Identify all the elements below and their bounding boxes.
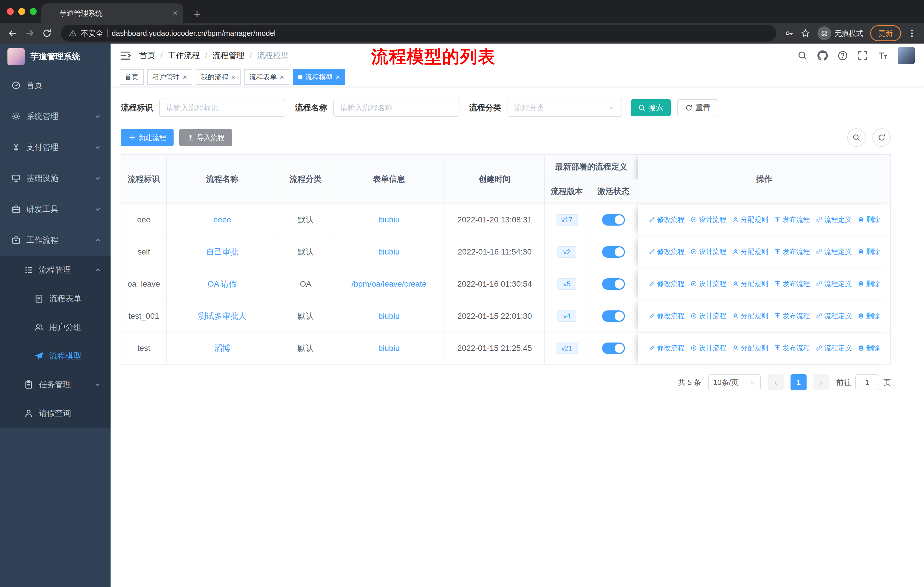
- assign-rule-link[interactable]: 分配规则: [732, 311, 768, 321]
- help-icon[interactable]: [838, 50, 848, 61]
- import-process-button[interactable]: 导入流程: [179, 129, 232, 146]
- page-size-select[interactable]: 10条/页: [708, 374, 761, 390]
- sidebar-item-任务管理[interactable]: 任务管理: [0, 370, 111, 399]
- sidebar-item-请假查询[interactable]: 请假查询: [0, 399, 111, 428]
- bookmark-button[interactable]: [798, 26, 813, 41]
- active-toggle[interactable]: [602, 278, 625, 290]
- sidebar-item-系统管理[interactable]: 系统管理: [0, 101, 111, 132]
- page-number-button[interactable]: 1: [790, 374, 807, 390]
- url-text[interactable]: dashboard.yudao.iocoder.cn/bpm/manager/m…: [112, 29, 276, 38]
- process-definition-link[interactable]: 流程定义: [816, 343, 852, 352]
- design-process-link[interactable]: 设计流程: [690, 279, 726, 288]
- address-bar[interactable]: 不安全 dashboard.yudao.iocoder.cn/bpm/manag…: [61, 25, 776, 41]
- assign-rule-link[interactable]: 分配规则: [732, 279, 768, 288]
- new-tab-button[interactable]: +: [190, 8, 204, 21]
- view-tab-租户管理[interactable]: 租户管理×: [147, 69, 192, 85]
- deploy-process-link[interactable]: 发布流程: [774, 343, 810, 352]
- password-key-button[interactable]: [782, 26, 797, 41]
- process-definition-link[interactable]: 流程定义: [816, 311, 852, 321]
- browser-menu-button[interactable]: [904, 26, 919, 41]
- window-close-button[interactable]: [7, 8, 14, 15]
- process-definition-link[interactable]: 流程定义: [816, 247, 852, 256]
- window-zoom-button[interactable]: [30, 8, 37, 15]
- sidebar-logo[interactable]: 芋道管理系统: [0, 43, 111, 70]
- design-process-link[interactable]: 设计流程: [690, 215, 726, 224]
- search-button[interactable]: 搜索: [631, 99, 671, 116]
- toggle-search-button[interactable]: [847, 128, 866, 147]
- active-toggle[interactable]: [602, 311, 625, 322]
- sidebar-item-基础设施[interactable]: 基础设施: [0, 163, 111, 194]
- sidebar-toggle-icon[interactable]: [120, 50, 131, 61]
- form-info-link[interactable]: biubiu: [378, 344, 400, 352]
- form-info-link[interactable]: biubiu: [378, 215, 400, 224]
- fullscreen-icon[interactable]: [858, 50, 868, 61]
- delete-process-link[interactable]: 删除: [858, 215, 880, 224]
- process-name-input[interactable]: [333, 99, 459, 117]
- create-process-button[interactable]: 新建流程: [121, 129, 173, 146]
- browser-tab[interactable]: 芋道管理系统 ×: [41, 3, 183, 23]
- back-button[interactable]: [5, 25, 21, 41]
- deploy-process-link[interactable]: 发布流程: [774, 311, 810, 321]
- user-avatar[interactable]: [898, 47, 915, 64]
- process-definition-link[interactable]: 流程定义: [816, 279, 852, 288]
- process-id-input[interactable]: [159, 99, 285, 117]
- category-select[interactable]: 流程分类: [508, 99, 622, 117]
- delete-process-link[interactable]: 删除: [858, 311, 880, 321]
- modify-process-link[interactable]: 修改流程: [648, 215, 685, 224]
- security-label[interactable]: 不安全: [81, 28, 103, 38]
- sidebar-item-流程表单[interactable]: 流程表单: [0, 284, 111, 313]
- design-process-link[interactable]: 设计流程: [690, 247, 726, 256]
- close-tab-icon[interactable]: ×: [183, 73, 187, 82]
- version-tag[interactable]: v21: [556, 342, 578, 354]
- prev-page-button[interactable]: ‹: [767, 374, 784, 390]
- version-tag[interactable]: v2: [558, 246, 576, 258]
- process-name-link[interactable]: eeee: [213, 215, 231, 224]
- sidebar-item-工作流程[interactable]: 工作流程: [0, 225, 111, 256]
- sidebar-item-流程管理[interactable]: 流程管理: [0, 256, 111, 284]
- sidebar-item-研发工具[interactable]: 研发工具: [0, 194, 111, 225]
- assign-rule-link[interactable]: 分配规则: [732, 343, 768, 352]
- active-toggle[interactable]: [602, 246, 625, 258]
- design-process-link[interactable]: 设计流程: [690, 311, 726, 321]
- design-process-link[interactable]: 设计流程: [690, 343, 726, 352]
- form-info-link[interactable]: biubiu: [378, 312, 400, 321]
- breadcrumb-item[interactable]: 首页: [139, 50, 163, 61]
- modify-process-link[interactable]: 修改流程: [648, 343, 685, 352]
- version-tag[interactable]: v5: [558, 278, 576, 290]
- view-tab-流程表单[interactable]: 流程表单×: [244, 69, 289, 85]
- sidebar-item-首页[interactable]: 首页: [0, 70, 111, 101]
- deploy-process-link[interactable]: 发布流程: [774, 215, 810, 224]
- version-tag[interactable]: v4: [558, 311, 576, 322]
- sidebar-item-用户分组[interactable]: 用户分组: [0, 313, 111, 342]
- close-tab-icon[interactable]: ×: [280, 73, 284, 82]
- view-tab-我的流程[interactable]: 我的流程×: [196, 69, 241, 85]
- reload-button[interactable]: [39, 25, 55, 41]
- form-info-link[interactable]: /bpm/oa/leave/create: [351, 279, 426, 288]
- sidebar-item-流程模型[interactable]: 流程模型: [0, 342, 111, 370]
- delete-process-link[interactable]: 删除: [858, 343, 880, 352]
- assign-rule-link[interactable]: 分配规则: [732, 247, 768, 256]
- process-name-link[interactable]: 自己审批: [206, 247, 238, 256]
- delete-process-link[interactable]: 删除: [858, 279, 880, 288]
- next-page-button[interactable]: ›: [813, 374, 830, 390]
- github-icon[interactable]: [817, 50, 828, 61]
- deploy-process-link[interactable]: 发布流程: [774, 247, 810, 256]
- browser-update-button[interactable]: 更新: [870, 25, 901, 41]
- active-toggle[interactable]: [602, 342, 625, 354]
- version-tag[interactable]: v17: [556, 214, 578, 226]
- tab-close-icon[interactable]: ×: [173, 8, 178, 18]
- process-definition-link[interactable]: 流程定义: [816, 215, 852, 224]
- form-info-link[interactable]: biubiu: [378, 247, 400, 256]
- close-tab-icon[interactable]: ×: [336, 73, 340, 82]
- window-minimize-button[interactable]: [18, 8, 25, 15]
- active-toggle[interactable]: [602, 214, 625, 226]
- breadcrumb-item[interactable]: 工作流程: [168, 50, 207, 61]
- search-icon[interactable]: [797, 50, 808, 61]
- view-tab-首页[interactable]: 首页: [120, 69, 144, 85]
- modify-process-link[interactable]: 修改流程: [648, 247, 685, 256]
- refresh-table-button[interactable]: [873, 128, 891, 147]
- process-name-link[interactable]: 测试多审批人: [198, 312, 246, 321]
- forward-button[interactable]: [22, 25, 38, 41]
- assign-rule-link[interactable]: 分配规则: [732, 215, 768, 224]
- font-size-icon[interactable]: [878, 50, 888, 61]
